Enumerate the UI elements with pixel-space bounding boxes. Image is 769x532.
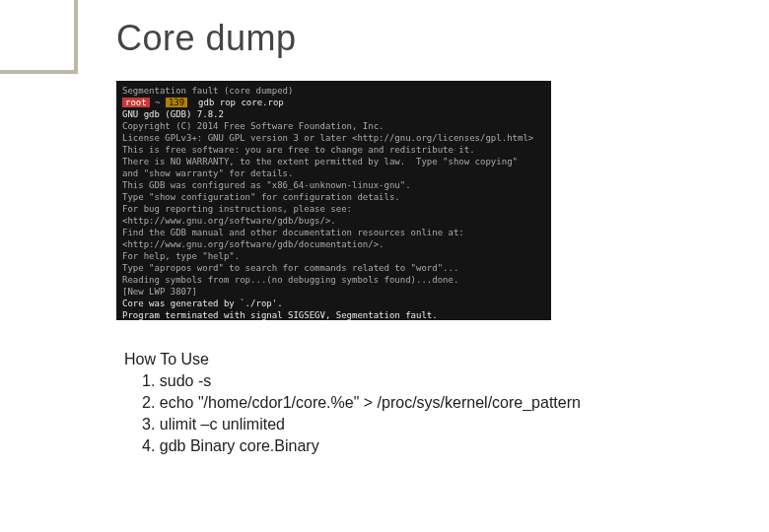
term-line: [New LWP 3807] xyxy=(122,287,197,297)
term-line: For bug reporting instructions, please s… xyxy=(122,204,352,214)
prompt-exit-code: 139 xyxy=(166,98,187,107)
term-line: GNU gdb (GDB) 7.8.2 xyxy=(122,109,224,119)
term-line: This GDB was configured as "x86_64-unkno… xyxy=(122,180,411,190)
term-line: Core was generated by `./rop'. xyxy=(122,299,283,308)
term-line: This is free software: you are free to c… xyxy=(122,145,475,155)
howto-heading: How To Use xyxy=(124,349,581,370)
howto-step-2: 2. echo "/home/cdor1/core.%e" > /proc/sy… xyxy=(124,392,581,414)
page-title: Core dump xyxy=(116,18,297,59)
prompt-sep: ~ xyxy=(150,98,166,107)
accent-horizontal xyxy=(0,70,78,74)
term-line: License GPLv3+: GNU GPL version 3 or lat… xyxy=(122,133,533,143)
accent-vertical xyxy=(74,0,78,74)
term-line: Copyright (C) 2014 Free Software Foundat… xyxy=(122,121,384,131)
term-line: Reading symbols from rop...(no debugging… xyxy=(122,275,458,285)
terminal-screenshot: Segmentation fault (core dumped) root ~ … xyxy=(116,81,551,320)
slide: Core dump Segmentation fault (core dumpe… xyxy=(0,0,769,532)
term-line: Type "apropos word" to search for comman… xyxy=(122,263,458,273)
term-line: and "show warranty" for details. xyxy=(122,168,293,178)
prompt-user: root xyxy=(122,98,150,107)
term-line: <http://www.gnu.org/software/gdb/documen… xyxy=(122,239,384,249)
term-line: Type "show configuration" for configurat… xyxy=(122,192,400,202)
howto-step-3: 3. ulimit –c unlimited xyxy=(124,414,581,435)
term-line: Program terminated with signal SIGSEGV, … xyxy=(122,310,438,320)
prompt-cmd: gdb rop core.rop xyxy=(187,98,284,107)
term-line: There is NO WARRANTY, to the extent perm… xyxy=(122,157,518,166)
howto-step-1: 1. sudo -s xyxy=(124,370,581,392)
howto-step-4: 4. gdb Binary core.Binary xyxy=(124,435,581,457)
how-to-use: How To Use 1. sudo -s 2. echo "/home/cdo… xyxy=(124,349,581,457)
term-line: For help, type "help". xyxy=(122,251,240,261)
term-line: Find the GDB manual and other documentat… xyxy=(122,228,464,237)
term-line: <http://www.gnu.org/software/gdb/bugs/>. xyxy=(122,216,336,226)
term-line: Segmentation fault (core dumped) xyxy=(122,86,293,96)
